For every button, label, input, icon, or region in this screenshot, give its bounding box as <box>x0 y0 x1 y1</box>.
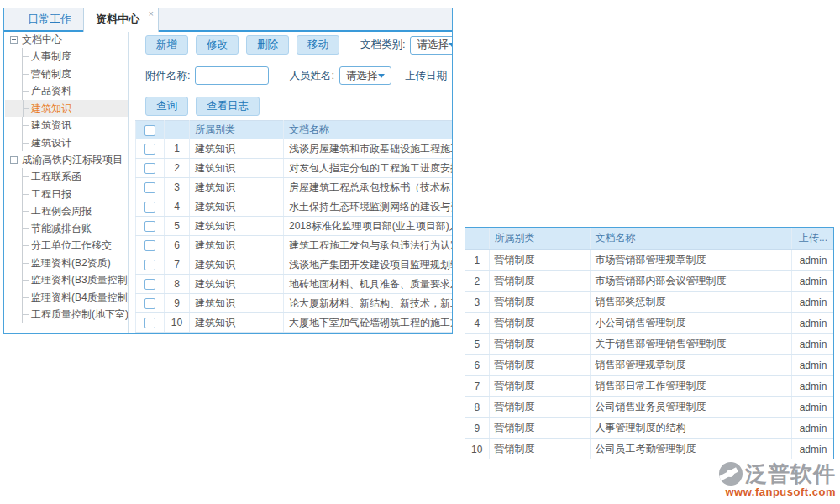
table-row[interactable]: 2 营销制度 市场营销部内部会议管理制度 admin <box>465 270 834 291</box>
cell-num: 8 <box>165 275 190 294</box>
toolbar: 新增 修改 删除 移动 文档类别: 请选择 文档 <box>129 35 452 55</box>
tree-item-contact-letter[interactable]: 工程联系函 <box>23 168 128 186</box>
cell-doc-name: 小公司销售管理制度 <box>590 312 791 333</box>
table-row[interactable]: 3 营销制度 销售部奖惩制度 admin <box>465 291 834 312</box>
document-center-window: 日常工作 资料中心 × 文档中心 人事制度 营销制度 产品资料 建筑知识 建筑资… <box>3 8 453 334</box>
row-checkbox[interactable] <box>144 163 155 174</box>
table-row[interactable]: 3 建筑知识 房屋建筑工程总承包投标书（技术标）... <box>136 178 454 197</box>
cell-category: 建筑知识 <box>190 197 284 217</box>
cell-doc-name: 房屋建筑工程总承包投标书（技术标）... <box>284 178 454 197</box>
row-checkbox[interactable] <box>144 260 155 270</box>
cell-doc-name: 市场营销部内部会议管理制度 <box>590 270 791 291</box>
row-checkbox[interactable] <box>144 318 155 328</box>
marketing-docs-table: 所属别类 文档名称 上传... 1 营销制度 市场营销部管理规章制度 admin… <box>465 228 834 459</box>
doc-category-select[interactable]: 请选择 <box>410 36 453 55</box>
attachment-name-input[interactable] <box>195 66 269 85</box>
table-row[interactable]: 5 营销制度 关于销售部管理销售管理制度 admin <box>465 333 834 354</box>
cell-doc-name: 地砖地面材料、机具准备、质量要求及... <box>284 275 454 294</box>
cell-doc-name: 2018标准化监理项目部(业主项目部)人员... <box>284 217 454 236</box>
add-button[interactable]: 新增 <box>145 35 188 55</box>
tree-node-doc-center[interactable]: 文档中心 <box>4 32 128 48</box>
cell-uploader: admin <box>791 375 834 396</box>
watermark: 泛普软件 www.fanpusoft.com <box>719 462 836 498</box>
tree-item-supervision-b4[interactable]: 监理资料(B4质量控制) <box>23 289 128 307</box>
cell-num: 9 <box>465 417 489 438</box>
delete-button[interactable]: 删除 <box>246 35 289 55</box>
row-checkbox[interactable] <box>144 202 155 213</box>
cell-uploader: admin <box>791 270 834 291</box>
table-row[interactable]: 7 建筑知识 浅谈地产集团开发建设项目监理规划编... <box>136 255 454 275</box>
cell-num: 9 <box>165 294 190 313</box>
tab-data-center-label: 资料中心 <box>96 13 139 25</box>
doc-category-label: 文档类别: <box>360 38 405 52</box>
table-row[interactable]: 2 建筑知识 对发包人指定分包的工程施工进度安排... <box>136 159 454 178</box>
close-icon[interactable]: × <box>149 9 154 18</box>
cell-category: 建筑知识 <box>190 217 284 236</box>
collapse-minus-icon[interactable] <box>10 36 18 44</box>
tree-item-energy-ledger[interactable]: 节能减排台账 <box>23 220 128 238</box>
table-row[interactable]: 7 营销制度 销售部日常工作管理制度 admin <box>465 375 834 396</box>
tree-item-daily-report[interactable]: 工程日报 <box>23 186 128 203</box>
cell-doc-name: 浅谈房屋建筑和市政基础设施工程施工... <box>284 139 454 159</box>
tree-item-product-material[interactable]: 产品资料 <box>23 82 128 100</box>
cell-category: 建筑知识 <box>190 159 284 178</box>
tree-item-building-knowledge[interactable]: 建筑知识 <box>5 100 128 118</box>
move-button[interactable]: 移动 <box>297 35 339 55</box>
table-row[interactable]: 9 建筑知识 论大厦新材料、新结构、新技术，新工... <box>136 294 454 313</box>
main-panel: 新增 修改 删除 移动 文档类别: 请选择 文档 附件名称: 人员姓名: 请选择 <box>129 32 452 333</box>
table-row[interactable]: 8 建筑知识 地砖地面材料、机具准备、质量要求及... <box>136 275 454 294</box>
tab-data-center[interactable]: 资料中心 × <box>83 8 159 32</box>
table-row[interactable]: 6 建筑知识 建筑工程施工发包与承包违法行为认定... <box>136 236 454 255</box>
table-row[interactable]: 4 建筑知识 水土保持生态环境监测网络的建设与资... <box>136 197 454 217</box>
tree-item-quality-basement[interactable]: 工程质量控制(地下室) <box>23 306 128 323</box>
edit-button[interactable]: 修改 <box>196 35 239 55</box>
table-row[interactable]: 5 建筑知识 2018标准化监理项目部(业主项目部)人员... <box>136 217 454 236</box>
tree-item-weekly-meeting[interactable]: 工程例会周报 <box>23 202 128 220</box>
table-row[interactable]: 10 建筑知识 大厦地下室加气砼墙砌筑工程的施工方... <box>136 313 454 333</box>
tree-item-hr-policy[interactable]: 人事制度 <box>23 48 128 66</box>
tree-group-project: 工程联系函 工程日报 工程例会周报 节能减排台账 分工单位工作移交 监理资料(B… <box>22 168 128 323</box>
cell-doc-name: 对发包人指定分包的工程施工进度安排... <box>284 159 454 178</box>
cell-doc-name: 建筑工程施工发包与承包违法行为认定... <box>284 236 454 255</box>
table-row[interactable]: 6 营销制度 销售部管理规章制度 admin <box>465 354 834 375</box>
cell-doc-name: 市场营销部管理规章制度 <box>590 249 791 270</box>
row-checkbox[interactable] <box>144 279 155 290</box>
cell-category: 建筑知识 <box>190 178 284 197</box>
cell-doc-name: 论大厦新材料、新结构、新技术，新工... <box>284 294 454 313</box>
row-checkbox[interactable] <box>144 144 155 155</box>
cell-category: 营销制度 <box>489 375 590 396</box>
filter-row: 附件名称: 人员姓名: 请选择 上传日期 <box>129 66 452 85</box>
view-log-button[interactable]: 查看日志 <box>196 97 260 116</box>
table-row[interactable]: 1 营销制度 市场营销部管理规章制度 admin <box>465 249 834 270</box>
cell-uploader: admin <box>791 396 834 417</box>
row-checkbox[interactable] <box>144 240 155 251</box>
tree-item-building-design[interactable]: 建筑设计 <box>23 134 128 152</box>
query-button[interactable]: 查询 <box>145 97 188 116</box>
cell-num: 2 <box>465 270 489 291</box>
cell-category: 营销制度 <box>489 291 590 312</box>
cell-category: 建筑知识 <box>190 294 284 313</box>
table-row[interactable]: 4 营销制度 小公司销售管理制度 admin <box>465 312 834 333</box>
table-row[interactable]: 10 营销制度 公司员工考勤管理制度 admin <box>465 438 834 459</box>
row-checkbox[interactable] <box>144 221 155 232</box>
row-checkbox[interactable] <box>144 182 155 193</box>
tree-item-supervision-b2[interactable]: 监理资料(B2资质) <box>23 255 128 272</box>
table-row[interactable]: 8 营销制度 公司销售业务员管理制度 admin <box>465 396 834 417</box>
collapse-minus-icon[interactable] <box>10 156 18 164</box>
select-all-checkbox[interactable] <box>144 125 155 136</box>
tree-item-building-news[interactable]: 建筑资讯 <box>23 117 128 134</box>
table-row[interactable]: 1 建筑知识 浅谈房屋建筑和市政基础设施工程施工... <box>136 139 454 159</box>
cell-category: 建筑知识 <box>190 255 284 275</box>
cell-num: 10 <box>165 313 190 333</box>
tree-item-marketing-policy[interactable]: 营销制度 <box>23 66 128 83</box>
tree-item-work-transfer[interactable]: 分工单位工作移交 <box>23 237 128 255</box>
tree-item-supervision-b3[interactable]: 监理资料(B3质量控制) <box>23 271 128 289</box>
table-row[interactable]: 9 营销制度 人事管理制度的结构 admin <box>465 417 834 438</box>
header-index <box>165 121 190 139</box>
tab-daily-work[interactable]: 日常工作 <box>16 8 83 30</box>
person-name-select[interactable]: 请选择 <box>339 66 391 85</box>
cell-doc-name: 水土保持生态环境监测网络的建设与资... <box>284 197 454 217</box>
tree-node-project[interactable]: 成渝高铁内江标段项目 <box>4 151 128 168</box>
row-checkbox[interactable] <box>144 298 155 309</box>
cell-num: 10 <box>465 438 489 459</box>
